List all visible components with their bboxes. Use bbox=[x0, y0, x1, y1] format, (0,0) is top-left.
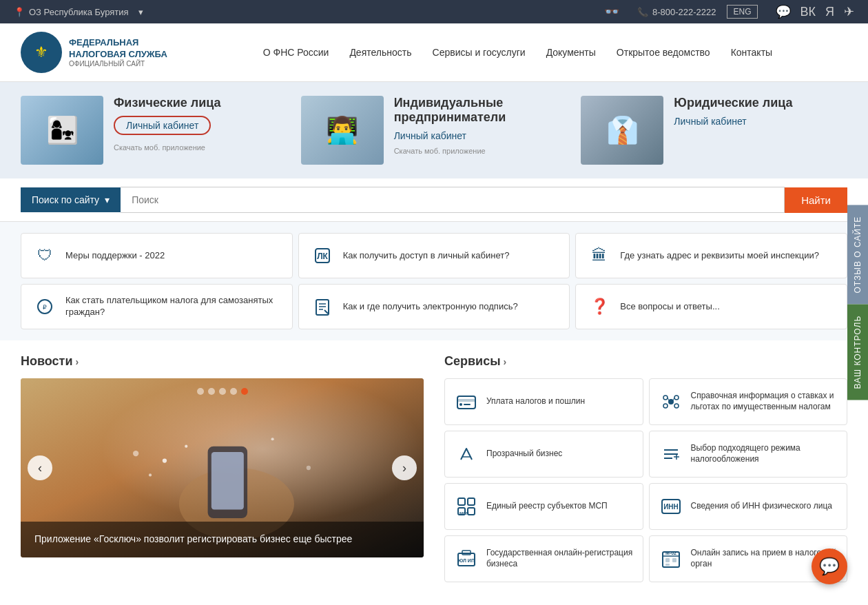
svg-rect-35 bbox=[458, 498, 465, 505]
lk-link-legal[interactable]: Личный кабинет bbox=[674, 116, 792, 127]
logo-main-name: ФЕДЕРАЛЬНАЯ НАЛОГОВАЯ СЛУЖБА bbox=[69, 37, 167, 61]
services-section: Сервисы › Уплата налогов и пошлин bbox=[444, 354, 847, 582]
nav-services[interactable]: Сервисы и госуслуги bbox=[433, 47, 526, 58]
service-item-2[interactable]: Прозрачный бизнес bbox=[444, 431, 643, 478]
quick-link-text-2: Где узнать адрес и реквизиты моей инспек… bbox=[620, 250, 819, 262]
nav-activity[interactable]: Деятельность bbox=[349, 47, 411, 58]
svg-point-15 bbox=[185, 445, 187, 448]
quick-link-5[interactable]: ❓ Все вопросы и ответы... bbox=[575, 284, 847, 329]
svg-rect-20 bbox=[457, 399, 475, 402]
service-text-1: Справочная информация о ставках и льгота… bbox=[691, 391, 839, 412]
message-icon[interactable]: 💬 bbox=[776, 4, 791, 19]
lk-link-individuals[interactable]: Личный кабинет bbox=[114, 116, 211, 135]
nav-contacts[interactable]: Контакты bbox=[731, 47, 772, 58]
location-section: 📍 ОЗ Республика Бурятия ▾ bbox=[14, 7, 586, 17]
service-icon-2 bbox=[453, 441, 479, 467]
search-dropdown[interactable]: Поиск по сайту ▾ bbox=[21, 187, 121, 212]
svg-rect-12 bbox=[211, 452, 244, 510]
service-text-0: Уплата налогов и пошлин bbox=[486, 396, 585, 407]
hero-section: 👩‍👧 Физические лица Личный кабинет Скача… bbox=[0, 82, 868, 178]
slider-dot-1[interactable] bbox=[197, 388, 204, 395]
nav-about[interactable]: О ФНС России bbox=[263, 47, 329, 58]
service-item-0[interactable]: Уплата налогов и пошлин bbox=[444, 378, 643, 425]
accessibility-icon[interactable]: 👓 bbox=[604, 4, 619, 19]
main-nav: О ФНС России Деятельность Сервисы и госу… bbox=[188, 47, 847, 58]
slider-dot-3[interactable] bbox=[219, 388, 226, 395]
search-bar: Поиск по сайту ▾ Найти bbox=[0, 178, 868, 222]
lk-oval-individuals: Личный кабинет bbox=[114, 116, 221, 138]
quick-link-1[interactable]: ЛК Как получить доступ в личный кабинет? bbox=[298, 233, 570, 278]
nav-open-dept[interactable]: Открытое ведомство bbox=[617, 47, 710, 58]
svg-point-23 bbox=[668, 399, 674, 404]
telegram-icon[interactable]: ✈ bbox=[844, 4, 854, 19]
nav-documents[interactable]: Документы bbox=[546, 47, 596, 58]
phone-section: 📞 8-800-222-2222 bbox=[637, 7, 716, 17]
location-chevron[interactable]: ▾ bbox=[138, 7, 143, 17]
news-title: Новости › bbox=[21, 354, 424, 369]
download-link-individuals: Скачать моб. приложение bbox=[114, 143, 221, 152]
hero-title-legal: Юридические лица bbox=[674, 96, 792, 110]
services-title: Сервисы › bbox=[444, 354, 847, 369]
quick-link-text-0: Меры поддержки - 2022 bbox=[65, 250, 165, 262]
svg-point-17 bbox=[271, 438, 274, 440]
news-arrow[interactable]: › bbox=[75, 356, 79, 367]
logo-text: ФЕДЕРАЛЬНАЯ НАЛОГОВАЯ СЛУЖБА ОФИЦИАЛЬНЫЙ… bbox=[69, 37, 167, 68]
side-tab-control[interactable]: ВАШ КОНТРОЛЬ bbox=[847, 304, 868, 400]
svg-point-26 bbox=[663, 404, 668, 408]
quick-link-text-4: Как и где получить электронную подпись? bbox=[343, 301, 518, 313]
svg-text:ИНН: ИНН bbox=[663, 503, 679, 511]
language-button[interactable]: ENG bbox=[727, 5, 757, 19]
slider-dot-5[interactable] bbox=[241, 388, 248, 395]
lk-link-entrepreneurs[interactable]: Личный кабинет bbox=[394, 130, 568, 141]
slider-dot-4[interactable] bbox=[230, 388, 237, 395]
svg-point-25 bbox=[674, 396, 679, 400]
quick-link-4[interactable]: Как и где получить электронную подпись? bbox=[298, 284, 570, 329]
service-item-6[interactable]: ЮЛ ИП Государственная онлайн-регистрация… bbox=[444, 535, 643, 582]
svg-point-18 bbox=[307, 466, 311, 470]
quick-link-2[interactable]: 🏛 Где узнать адрес и реквизиты моей инсп… bbox=[575, 233, 847, 278]
service-icon-4: МСП bbox=[453, 493, 479, 520]
quick-link-3[interactable]: ₽ Как стать плательщиком налога для само… bbox=[21, 284, 293, 329]
quick-link-icon-5: ❓ bbox=[587, 294, 612, 319]
search-input[interactable] bbox=[121, 187, 785, 213]
side-tab-feedback[interactable]: ОТЗЫВ О САЙТЕ bbox=[847, 205, 868, 305]
service-text-4: Единый реестр субъектов МСП bbox=[486, 501, 608, 512]
hero-title-entrepreneurs: Индивидуальные предприниматели bbox=[394, 96, 568, 125]
services-arrow[interactable]: › bbox=[504, 356, 507, 367]
quick-link-icon-2: 🏛 bbox=[587, 243, 612, 268]
svg-rect-48 bbox=[665, 558, 670, 562]
dropdown-chevron: ▾ bbox=[105, 194, 110, 205]
service-icon-7: М-02 bbox=[658, 546, 684, 572]
location-text: ОЗ Республика Бурятия bbox=[29, 7, 129, 17]
service-item-1[interactable]: Справочная информация о ставках и льгота… bbox=[649, 378, 848, 425]
vk-icon[interactable]: ВК bbox=[800, 5, 816, 19]
top-bar: 📍 ОЗ Республика Бурятия ▾ 👓 📞 8-800-222-… bbox=[0, 0, 868, 23]
quick-link-0[interactable]: 🛡 Меры поддержки - 2022 bbox=[21, 233, 293, 278]
svg-text:ЮЛ ИП: ЮЛ ИП bbox=[458, 558, 475, 563]
slider-prev-button[interactable]: ‹ bbox=[28, 455, 52, 480]
svg-rect-49 bbox=[672, 558, 676, 562]
service-item-3[interactable]: Выбор подходящего режима налогообложения bbox=[649, 431, 848, 478]
svg-text:₽: ₽ bbox=[43, 304, 47, 311]
slider-dot-2[interactable] bbox=[208, 388, 215, 395]
slider-next-button[interactable]: › bbox=[392, 455, 417, 480]
service-text-3: Выбор подходящего режима налогообложения bbox=[691, 443, 839, 464]
header: ⚜ ФЕДЕРАЛЬНАЯ НАЛОГОВАЯ СЛУЖБА ОФИЦИАЛЬН… bbox=[0, 23, 868, 82]
service-item-4[interactable]: МСП Единый реестр субъектов МСП bbox=[444, 483, 643, 530]
hero-card-entrepreneurs: 👨‍💻 Индивидуальные предприниматели Личны… bbox=[301, 96, 568, 165]
chat-button[interactable]: 💬 bbox=[812, 548, 847, 584]
service-icon-6: ЮЛ ИП bbox=[453, 546, 479, 572]
service-item-5[interactable]: ИНН Сведения об ИНН физического лица bbox=[649, 483, 848, 530]
svg-line-29 bbox=[673, 398, 674, 400]
svg-text:ЛК: ЛК bbox=[317, 252, 328, 261]
svg-point-24 bbox=[663, 396, 668, 400]
svg-point-27 bbox=[674, 404, 679, 408]
person-image-individuals: 👩‍👧 bbox=[21, 96, 103, 165]
quick-link-icon-4 bbox=[310, 294, 335, 319]
quick-link-text-1: Как получить доступ в личный кабинет? bbox=[343, 250, 510, 262]
search-button[interactable]: Найти bbox=[785, 187, 847, 213]
odnoklassniki-icon[interactable]: Я bbox=[825, 5, 834, 19]
service-icon-5: ИНН bbox=[658, 493, 684, 520]
service-icon-3 bbox=[658, 441, 684, 467]
quick-link-icon-0: 🛡 bbox=[32, 243, 57, 268]
